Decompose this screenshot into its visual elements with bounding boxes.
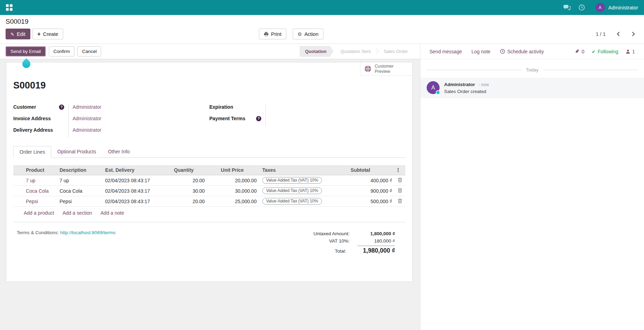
delete-row-button[interactable] <box>395 196 405 207</box>
vat-label: VAT 10%: <box>329 238 350 244</box>
tax-badge: Value Added Tax (VAT) 10% <box>262 187 322 194</box>
pager-previous-icon[interactable] <box>616 31 621 37</box>
chatter-message[interactable]: A Administrator - now Sales Order create… <box>420 78 644 98</box>
confirm-button[interactable]: Confirm <box>49 46 74 56</box>
expiration-value[interactable] <box>265 103 405 115</box>
person-icon <box>626 49 630 54</box>
order-title: S00019 <box>13 80 405 91</box>
form-canvas: Customer Preview S00019 Customer Adminis… <box>0 59 420 330</box>
user-name: Administrator <box>608 5 638 10</box>
date-divider: Today <box>426 67 638 72</box>
message-avatar: A <box>427 81 440 94</box>
cancel-button[interactable]: Cancel <box>77 46 101 56</box>
trash-icon <box>398 177 402 183</box>
table-row[interactable]: Pepsi Pepsi 02/04/2023 08:43:17 20.00 25… <box>13 196 405 207</box>
invoice-address-value-link[interactable]: Administrator <box>68 115 209 126</box>
log-note-button[interactable]: Log note <box>471 49 491 54</box>
product-link[interactable]: 7 up <box>26 178 35 183</box>
delivery-address-value-link[interactable]: Administrator <box>68 126 209 138</box>
total-value: 1,980,000 ₫ <box>354 247 395 254</box>
terms-and-conditions: Terms & Conditions: http://localhost:806… <box>13 230 115 235</box>
field-customer: Customer Administrator <box>13 103 209 115</box>
customer-value-link[interactable]: Administrator <box>68 103 209 115</box>
untaxed-amount-label: Untaxed Amount: <box>313 231 350 236</box>
tab-order-lines[interactable]: Order Lines <box>13 146 51 158</box>
tax-badge: Value Added Tax (VAT) 10% <box>262 198 322 205</box>
table-separator <box>13 222 405 222</box>
help-icon[interactable] <box>256 116 261 121</box>
field-invoice-address: Invoice Address Administrator <box>13 115 209 126</box>
chatter-topbar: Send message Log note Schedule activity … <box>420 44 644 59</box>
add-product-link[interactable]: Add a product <box>24 210 54 216</box>
action-button[interactable]: Action <box>293 29 323 39</box>
status-steps: Quotation Quotation Sent Sales Order <box>300 46 413 57</box>
tax-badge: Value Added Tax (VAT) 10% <box>262 177 322 184</box>
form-view: Send by Email Confirm Cancel Quotation Q… <box>0 44 420 330</box>
control-panel: S00019 Edit Create Print <box>0 15 644 44</box>
statusbar: Send by Email Confirm Cancel Quotation Q… <box>0 44 420 59</box>
untaxed-amount-value: 1,800,000 ₫ <box>357 231 395 236</box>
field-delivery-address: Delivery Address Administrator <box>13 126 209 138</box>
table-header-row: Product Description Est. Delivery Quanti… <box>13 165 405 175</box>
terms-link[interactable]: http://localhost:8069/terms <box>60 230 115 235</box>
add-section-link[interactable]: Add a section <box>62 210 92 216</box>
chevron-right-icon <box>376 48 379 54</box>
edit-button[interactable]: Edit <box>6 29 30 39</box>
delete-row-button[interactable] <box>395 175 405 186</box>
notebook-tabs: Order Lines Optional Products Other Info <box>13 146 405 158</box>
apps-menu-icon[interactable] <box>6 4 13 11</box>
total-label: Total: <box>335 248 346 254</box>
customer-preview-button[interactable]: Customer Preview <box>360 62 412 76</box>
pager-next-icon[interactable] <box>631 31 636 37</box>
top-navbar: A Administrator <box>0 0 644 15</box>
following-button[interactable]: Following <box>592 49 618 54</box>
activities-clock-icon[interactable] <box>578 4 585 11</box>
send-by-email-button[interactable]: Send by Email <box>6 46 46 56</box>
product-link[interactable]: Pepsi <box>26 199 38 204</box>
message-author[interactable]: Administrator <box>444 82 475 87</box>
vat-value: 180,000 ₫ <box>357 238 395 244</box>
status-step-sales-order[interactable]: Sales Order <box>379 49 413 54</box>
schedule-activity-button[interactable]: Schedule activity <box>500 49 544 54</box>
product-link[interactable]: Coca Cola <box>26 188 48 194</box>
breadcrumb[interactable]: S00019 <box>0 16 644 29</box>
clock-icon <box>500 49 505 54</box>
pager: 1 / 1 <box>596 31 636 37</box>
status-step-quotation-sent[interactable]: Quotation Sent <box>336 49 376 54</box>
followers-button[interactable]: 1 <box>626 49 635 54</box>
pager-count: 1 / 1 <box>596 31 606 37</box>
plus-icon <box>37 31 40 37</box>
user-menu[interactable]: A Administrator <box>596 3 638 12</box>
globe-icon <box>364 65 372 72</box>
handle-column-header <box>13 165 23 175</box>
messages-icon[interactable] <box>563 5 571 11</box>
check-icon <box>592 49 596 54</box>
delete-row-button[interactable] <box>395 186 405 196</box>
send-message-button[interactable]: Send message <box>429 49 462 54</box>
trash-icon <box>398 198 402 204</box>
printer-icon <box>264 32 269 37</box>
user-avatar: A <box>596 3 605 12</box>
tab-optional-products[interactable]: Optional Products <box>51 146 102 158</box>
create-button[interactable]: Create <box>32 29 63 39</box>
message-timestamp: - now <box>479 82 489 87</box>
chatter-panel: Send message Log note Schedule activity … <box>420 44 644 330</box>
paperclip-icon <box>575 49 580 54</box>
print-button[interactable]: Print <box>259 29 286 39</box>
tab-other-info[interactable]: Other Info <box>102 146 135 158</box>
pencil-icon <box>10 31 14 37</box>
field-payment-terms: Payment Terms <box>209 115 405 126</box>
order-lines-table: Product Description Est. Delivery Quanti… <box>13 165 405 207</box>
payment-terms-value[interactable] <box>265 115 405 126</box>
totals-summary: Untaxed Amount: 1,800,000 ₫ VAT 10%: 180… <box>301 230 395 255</box>
attachments-button[interactable]: 0 <box>575 49 584 54</box>
add-line-row: Add a product Add a section Add a note <box>13 207 405 219</box>
optional-columns-icon[interactable] <box>396 167 401 173</box>
trash-icon <box>398 188 402 193</box>
help-icon[interactable] <box>59 105 64 110</box>
field-expiration: Expiration <box>209 103 405 115</box>
status-step-quotation[interactable]: Quotation <box>300 46 330 57</box>
table-row[interactable]: 7 up 7 up 02/04/2023 08:43:17 20.00 20,0… <box>13 175 405 186</box>
table-row[interactable]: Coca Cola Coca Cola 02/04/2023 08:43:17 … <box>13 186 405 196</box>
add-note-link[interactable]: Add a note <box>100 210 124 216</box>
